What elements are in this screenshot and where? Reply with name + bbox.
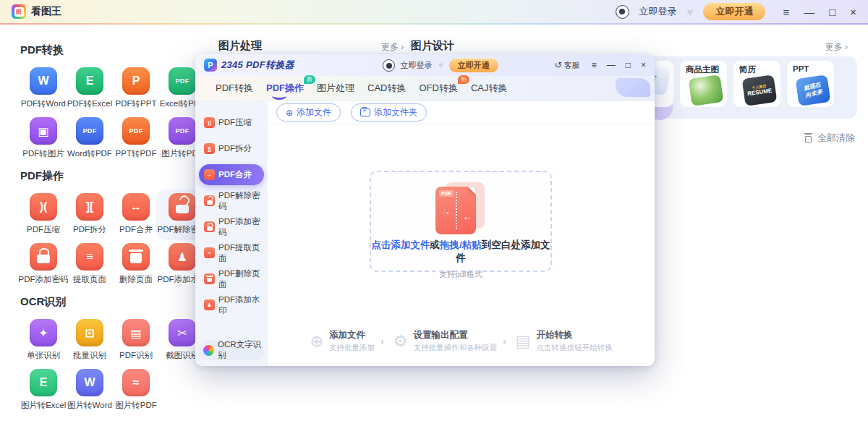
- tool-item[interactable]: ✦ 单张识别: [20, 319, 67, 362]
- card-label: 商品主图: [686, 64, 727, 75]
- tool-item[interactable]: PDF Word转PDF: [67, 117, 113, 161]
- modal-menu-icon[interactable]: ≡: [592, 60, 597, 70]
- tool-item[interactable]: ⊡ 批量识别: [67, 319, 113, 362]
- close-icon[interactable]: ×: [850, 6, 856, 18]
- chevron-right-icon: ›: [380, 336, 384, 347]
- step-icon: ▤: [516, 333, 531, 349]
- tool-item[interactable]: P PDF转PPT: [113, 67, 159, 111]
- user-avatar-icon[interactable]: [616, 5, 629, 19]
- modal-tab[interactable]: CAD转换: [367, 82, 406, 95]
- design-card[interactable]: 简历 个人简历 RESUME: [733, 61, 780, 107]
- tool-icon: [169, 193, 196, 221]
- modal-item-icon: )(: [204, 117, 215, 128]
- tool-label: 图片转Excel: [21, 400, 67, 411]
- tool-item[interactable]: PDF PPT转PDF: [113, 117, 159, 161]
- card-thumbnail: 个人简历 RESUME: [742, 75, 778, 106]
- tool-item[interactable]: PDF添加密码: [20, 243, 67, 286]
- tool-label: 单张识别: [27, 350, 60, 361]
- modal-tab[interactable]: 图片处理: [317, 82, 354, 95]
- tool-item[interactable]: ▣ PDF转图片: [20, 117, 67, 161]
- heart-icon[interactable]: ♥: [687, 6, 694, 18]
- step-subtitle: 支持批量添加: [329, 343, 375, 353]
- modal-tabs: PDF转换 PDF操作 新 图片处理 CAD转换 OFD转换 热 CAJ转换: [195, 76, 655, 101]
- modal-sidebar-item[interactable]: ↔ PDF合并: [199, 164, 264, 185]
- card-label: 简历: [739, 64, 780, 75]
- card-thumbnail: [689, 75, 724, 106]
- tool-label: PDF拆分: [73, 224, 106, 235]
- modal-tab[interactable]: PDF操作 新: [266, 82, 304, 95]
- tool-icon: W: [76, 369, 103, 396]
- add-file-button[interactable]: ⊕ 添加文件: [276, 103, 341, 122]
- support-button[interactable]: ↺ 客服: [555, 60, 580, 71]
- tool-item[interactable]: W PDF转Word: [20, 67, 67, 111]
- modal-sidebar-item[interactable]: PDF删除页面: [199, 268, 264, 289]
- modal-item-icon: [204, 221, 215, 232]
- design-card[interactable]: PPT 就现在 向未来: [787, 61, 834, 107]
- maximize-icon[interactable]: □: [829, 6, 835, 18]
- modal-title: 2345 PDF转换器: [221, 59, 294, 72]
- dotted-divider: [456, 192, 457, 229]
- modal-item-icon: [204, 273, 215, 284]
- modal-sidebar-item[interactable]: PDF解除密码: [199, 190, 264, 211]
- clear-all-button[interactable]: 全部清除: [804, 132, 855, 145]
- modal-close-icon[interactable]: ×: [641, 60, 646, 70]
- tool-item[interactable]: ↔ PDF合并: [113, 193, 159, 237]
- tool-label: 提取页面: [73, 274, 106, 285]
- add-folder-button[interactable]: 添加文件夹: [351, 103, 427, 122]
- tool-item[interactable]: 删除页面: [113, 243, 159, 286]
- modal-tab[interactable]: PDF转换: [216, 82, 253, 95]
- tool-icon: ▣: [30, 117, 57, 145]
- modal-sidebar-item[interactable]: )( PDF压缩: [199, 112, 264, 133]
- modal-tab[interactable]: CAJ转换: [471, 82, 508, 95]
- modal-item-label: PDF拆分: [218, 143, 252, 154]
- main-titlebar: 图 看图王 立即登录 ♥ 立即开通 ≡ — □ ×: [0, 0, 868, 23]
- modal-item-label: PDF解除密码: [218, 190, 264, 212]
- modal-maximize-icon[interactable]: □: [626, 60, 631, 70]
- tool-label: 截图识别: [166, 350, 199, 361]
- login-link[interactable]: 立即登录: [639, 5, 677, 18]
- step-title: 设置输出配置: [413, 329, 497, 341]
- upgrade-button[interactable]: 立即开通: [703, 3, 765, 20]
- modal-heart-icon[interactable]: ♥: [438, 60, 443, 70]
- modal-item-icon: [204, 195, 215, 206]
- workflow-steps: ⊕ 添加文件 支持批量添加 › ⚙ 设置输出配置 支持批量操作和各种设置 ›: [268, 329, 655, 353]
- tool-icon: ▤: [122, 319, 150, 346]
- tool-label: Word转PDF: [67, 148, 112, 159]
- modal-avatar-icon[interactable]: [383, 59, 395, 72]
- menu-icon[interactable]: ≡: [783, 6, 789, 18]
- pdf-badge: PDF: [439, 190, 454, 197]
- tool-item[interactable]: ≡ 提取页面: [67, 243, 113, 286]
- tool-item[interactable]: ▤ PDF识别: [113, 319, 159, 362]
- modal-sidebar-item[interactable]: ][ PDF拆分: [199, 138, 264, 159]
- tool-label: PDF转Excel: [67, 98, 113, 109]
- minimize-icon[interactable]: —: [804, 6, 814, 18]
- modal-sidebar-item[interactable]: ≡ PDF提取页面: [199, 242, 264, 263]
- modal-sidebar-item[interactable]: ♟ PDF添加水印: [199, 294, 264, 315]
- titlebar-divider: [0, 23, 868, 25]
- tool-item[interactable]: W 图片转Word: [67, 369, 113, 412]
- tool-icon: ][: [76, 193, 103, 221]
- file-drop-zone[interactable]: PDF → ← 点击添加文件或拖拽/粘贴到空白处添加文件 支持pdf格式: [370, 171, 552, 272]
- image-process-more-link[interactable]: 更多 ›: [381, 41, 404, 54]
- step-icon: ⚙: [393, 333, 408, 349]
- tool-item[interactable]: ][ PDF拆分: [67, 193, 113, 237]
- tool-item[interactable]: ≈ 图片转PDF: [113, 369, 159, 412]
- image-design-more-link[interactable]: 更多 ›: [825, 41, 848, 54]
- modal-item-label: PDF添加水印: [218, 294, 264, 316]
- modal-tab[interactable]: OFD转换 热: [419, 82, 457, 95]
- tool-item[interactable]: E 图片转Excel: [20, 369, 67, 412]
- tool-item[interactable]: E PDF转Excel: [67, 67, 113, 111]
- design-card[interactable]: 商品主图: [680, 61, 727, 107]
- tool-item[interactable]: )( PDF压缩: [20, 193, 67, 237]
- modal-upgrade-button[interactable]: 立即开通: [449, 59, 498, 72]
- modal-sidebar-item[interactable]: PDF添加密码: [199, 216, 264, 237]
- drop-zone-text: 点击添加文件或拖拽/粘贴到空白处添加文件: [371, 239, 550, 265]
- tool-icon: ♟: [169, 243, 196, 271]
- ocr-text-recognition-item[interactable]: OCR文字识别: [199, 340, 264, 360]
- tool-label: 图片转Word: [67, 400, 112, 411]
- modal-item-icon: ↔: [204, 169, 215, 180]
- ocr-grid: ✦ 单张识别 ⊡ 批量识别 ▤ PDF识别 ✂ 截图识别 E 图片转Excel …: [20, 319, 197, 412]
- tool-label: PDF转PPT: [116, 98, 157, 109]
- modal-minimize-icon[interactable]: —: [607, 60, 616, 70]
- modal-login-link[interactable]: 立即登录: [401, 60, 433, 71]
